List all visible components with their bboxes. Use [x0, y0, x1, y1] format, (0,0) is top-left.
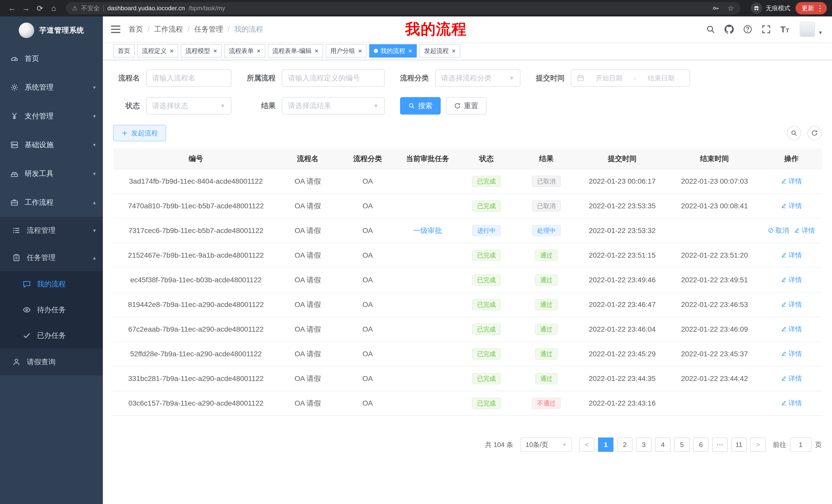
sidebar-item-done-task[interactable]: 已办任务 [0, 323, 103, 348]
page-button-2[interactable]: 2 [617, 438, 632, 452]
tab-process-model[interactable]: 流程模型× [181, 44, 222, 58]
cancel-button[interactable]: 取消 [768, 226, 789, 235]
submit-time-range[interactable]: 开始日期 - 结束日期 [571, 69, 690, 87]
font-size-icon[interactable]: TT [777, 22, 792, 37]
back-icon[interactable]: ← [5, 1, 19, 15]
forward-icon[interactable]: → [19, 1, 33, 15]
page-button-5[interactable]: 5 [674, 438, 690, 452]
cell-actions: 详情 [761, 243, 822, 268]
toolbox-icon [10, 170, 19, 178]
update-button[interactable]: 更新 ⋮ [796, 2, 827, 15]
avatar[interactable] [800, 22, 815, 37]
current-task-link[interactable]: 一级审批 [413, 226, 442, 235]
page-button-3[interactable]: 3 [636, 438, 651, 452]
search-button[interactable]: 搜索 [400, 97, 441, 115]
detail-button[interactable]: 详情 [781, 399, 802, 408]
more-menu-icon[interactable]: ⋮ [816, 4, 824, 12]
page-button-11[interactable]: 11 [731, 438, 747, 452]
cell-category: OA [337, 218, 398, 243]
sidebar-item-todo-task[interactable]: 待办任务 [0, 297, 103, 323]
browser-chrome: ← → ⟳ ⌂ ⚠ 不安全 dashboard.yudao.iocoder.cn… [0, 0, 832, 17]
detail-button[interactable]: 详情 [781, 275, 802, 284]
status-label: 状态 [113, 101, 146, 111]
sidebar-item-devtools[interactable]: 研发工具▾ [0, 159, 103, 188]
hamburger-icon[interactable] [110, 24, 121, 35]
detail-button[interactable]: 详情 [781, 251, 802, 260]
process-name-input[interactable] [146, 69, 231, 87]
status-tag: 已完成 [472, 299, 501, 310]
github-icon[interactable] [722, 22, 737, 37]
detail-button[interactable]: 详情 [781, 374, 802, 383]
detail-button[interactable]: 详情 [781, 349, 802, 358]
process-name-label: 流程名 [113, 73, 146, 83]
sidebar-item-home[interactable]: 首页 [0, 44, 103, 73]
active-dot [374, 49, 378, 53]
dashboard-icon [10, 54, 19, 63]
sidebar-item-leave-query[interactable]: 请假查询 [0, 348, 103, 375]
next-page-button[interactable]: > [750, 438, 766, 452]
detail-button[interactable]: 详情 [781, 177, 802, 186]
detail-button[interactable]: 详情 [781, 325, 802, 334]
sidebar-item-task-manage[interactable]: 任务管理▴ [0, 244, 103, 271]
page-size-select[interactable]: 10条/页 ▼ [520, 438, 572, 452]
sidebar-item-system[interactable]: 系统管理▾ [0, 73, 103, 102]
page-button-6[interactable]: 6 [693, 438, 709, 452]
category-select[interactable]: 请选择流程分类 ▼ [435, 69, 520, 87]
breadcrumb: 首页/工作流程/任务管理/我的流程 [129, 24, 263, 34]
sidebar-item-workflow[interactable]: 工作流程▴ [0, 188, 103, 217]
question-icon[interactable] [740, 22, 755, 37]
close-icon[interactable]: × [358, 48, 362, 54]
cell-actions: 详情 [761, 292, 822, 317]
table-toolbar: 发起流程 [113, 125, 822, 141]
page-button-4[interactable]: 4 [655, 438, 671, 452]
sidebar-item-process-manage[interactable]: 流程管理▾ [0, 217, 103, 244]
search-toggle-button[interactable] [787, 126, 801, 140]
key-icon[interactable] [710, 3, 722, 14]
close-icon[interactable]: × [256, 48, 260, 54]
close-icon[interactable]: × [408, 48, 412, 54]
breadcrumb-item[interactable]: 首页 [129, 24, 143, 34]
sidebar-item-infra[interactable]: 基础设施▾ [0, 131, 103, 159]
column-header: 操作 [761, 148, 822, 169]
create-process-button[interactable]: 发起流程 [113, 125, 166, 141]
status-select[interactable]: 请选择状态 ▼ [146, 97, 231, 115]
tab-home[interactable]: 首页 [113, 44, 135, 58]
chevron-up-icon: ▴ [93, 255, 98, 261]
close-icon[interactable]: × [169, 48, 174, 54]
tab-my-process[interactable]: 我的流程× [369, 44, 417, 58]
more-pages-icon[interactable]: ⋯ [712, 438, 728, 452]
tab-process-definition[interactable]: 流程定义× [137, 44, 178, 58]
refresh-button[interactable] [807, 126, 822, 140]
reset-button[interactable]: 重置 [446, 97, 487, 115]
tab-start-process[interactable]: 发起流程× [419, 44, 460, 58]
result-select[interactable]: 请选择流结果 ▼ [282, 97, 385, 115]
tab-process-form-edit[interactable]: 流程表单-编辑× [268, 44, 323, 58]
close-icon[interactable]: × [213, 48, 217, 54]
sidebar-item-payment[interactable]: 支付管理▾ [0, 102, 103, 131]
user-menu[interactable]: ▼ [800, 22, 823, 37]
process-def-input[interactable] [282, 69, 385, 87]
close-icon[interactable]: × [451, 48, 456, 54]
detail-button[interactable]: 详情 [781, 300, 802, 309]
breadcrumb-item[interactable]: 任务管理 [194, 24, 223, 34]
table-row: 67c2eaab-7b9a-11ec-a290-acde48001122OA 请… [113, 317, 822, 342]
bookmark-star-icon[interactable]: ☆ [725, 3, 736, 14]
detail-button[interactable]: 详情 [794, 226, 815, 235]
result-tag: 通过 [535, 348, 558, 360]
fullscreen-icon[interactable] [758, 22, 774, 37]
tab-process-form[interactable]: 流程表单× [224, 44, 265, 58]
breadcrumb-item[interactable]: 工作流程 [154, 24, 183, 34]
page-button-1[interactable]: 1 [598, 438, 614, 452]
tab-user-group[interactable]: 用户分组× [326, 44, 367, 58]
browser-home-icon[interactable]: ⌂ [47, 1, 61, 15]
prev-page-button[interactable]: < [579, 438, 594, 452]
search-icon[interactable] [703, 22, 718, 37]
close-icon[interactable]: × [314, 48, 318, 54]
detail-button[interactable]: 详情 [781, 201, 802, 211]
sidebar-item-my-process[interactable]: 我的流程 [0, 271, 103, 297]
cell-submit-time: 2022-01-22 23:53:35 [576, 194, 668, 218]
address-bar[interactable]: ⚠ 不安全 dashboard.yudao.iocoder.cn/bpm/tas… [66, 2, 740, 15]
reload-icon[interactable]: ⟳ [33, 1, 47, 15]
page-jump-input[interactable] [790, 438, 811, 452]
cell-id: 52ffd28e-7b9a-11ec-a290-acde48001122 [113, 342, 279, 366]
